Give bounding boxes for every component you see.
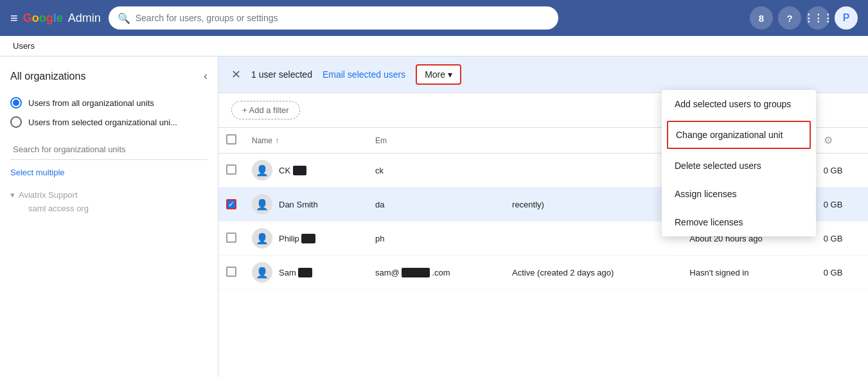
close-selection-button[interactable]: ✕ (231, 67, 241, 82)
breadcrumb: Users (0, 36, 868, 57)
more-label: More (425, 69, 445, 80)
org-tree: ▾ Aviatrix Support saml access org (10, 190, 208, 213)
hamburger-icon[interactable]: ≡ (10, 11, 18, 26)
row-checkbox-cell (218, 256, 244, 290)
row-storage-cell: 0 GB (816, 153, 868, 188)
row-name-cell: 👤 Dan Smith (244, 188, 368, 222)
row-name-cell: 👤 CK (244, 153, 368, 188)
radio-option-selected[interactable]: Users from selected organizational uni..… (10, 112, 208, 132)
more-dropdown-icon: ▾ (448, 69, 452, 80)
row-email-cell: sam@ .com (368, 256, 504, 290)
row-status-cell: Active (created 2 days ago) (504, 256, 682, 290)
sidebar-header: All organizations ‹ (10, 69, 208, 83)
topbar: ≡ Google Admin 🔍 8 ? ⋮⋮⋮ P (0, 0, 868, 36)
radio-all-circle (10, 97, 22, 109)
row-checkbox-cell: ✓ (218, 188, 244, 222)
row-email-cell: da (368, 188, 504, 222)
row-last-signin-cell: Hasn't signed in (682, 256, 815, 290)
radio-option-all[interactable]: Users from all organizational units (10, 93, 208, 112)
email-prefix: sam@ (375, 268, 400, 277)
radio-selected-label: Users from selected organizational uni..… (28, 118, 177, 127)
user-name[interactable]: Philip (279, 234, 315, 243)
table-row: 👤 Sam sam@ .com Active (created 2 days a… (218, 256, 868, 290)
sidebar-collapse-button[interactable]: ‹ (204, 69, 208, 83)
th-email: Em (368, 128, 504, 153)
row-storage-cell: 0 GB (816, 188, 868, 222)
row-name-cell: 👤 Sam (244, 256, 368, 290)
avatar-person-icon: 👤 (256, 164, 269, 177)
search-bar: 🔍 (109, 6, 558, 30)
email-users-button[interactable]: Email selected users (323, 69, 405, 80)
settings-icon[interactable]: ⚙ (824, 135, 833, 146)
breadcrumb-text: Users (13, 41, 35, 51)
selected-count: 1 user selected (251, 69, 312, 80)
radio-all-inner (13, 100, 19, 106)
row-checkbox-dan[interactable]: ✓ (226, 199, 236, 209)
redacted-name (301, 234, 315, 243)
assign-licenses-item[interactable]: Assign licenses (662, 180, 816, 208)
add-to-groups-item[interactable]: Add selected users to groups (662, 90, 816, 118)
select-multiple-link[interactable]: Select multiple (10, 165, 208, 180)
sidebar-title: All organizations (10, 71, 85, 82)
org-expand-icon: ▾ (10, 190, 15, 200)
row-status-cell (504, 222, 682, 256)
org-child-item[interactable]: saml access org (10, 204, 208, 213)
row-checkbox-cell (218, 222, 244, 256)
sidebar: All organizations ‹ Users from all organ… (0, 57, 218, 377)
delete-users-item[interactable]: Delete selected users (662, 152, 816, 180)
redacted-name (293, 166, 307, 175)
apps-button[interactable]: ⋮⋮⋮ (806, 6, 829, 30)
add-filter-button[interactable]: + Add a filter (231, 101, 300, 119)
user-name[interactable]: Sam (279, 268, 312, 277)
help-button[interactable]: ? (778, 6, 801, 30)
row-email-cell: ph (368, 222, 504, 256)
radio-all-label: Users from all organizational units (28, 98, 154, 108)
search-org-input[interactable] (10, 139, 208, 160)
row-status-cell: recently) (504, 188, 682, 222)
row-checkbox-philip[interactable] (226, 232, 236, 243)
avatar-label: P (843, 12, 850, 24)
th-name-label: Name (252, 136, 272, 145)
row-status-cell (504, 153, 682, 188)
user-avatar: 👤 (252, 262, 272, 283)
avatar[interactable]: P (835, 6, 858, 30)
avatar-person-icon: 👤 (256, 267, 269, 279)
search-icon: 🔍 (118, 12, 130, 24)
row-email-cell: ck (368, 153, 504, 188)
change-org-unit-item[interactable]: Change organizational unit (667, 121, 811, 149)
select-all-checkbox[interactable] (226, 134, 236, 145)
email-prefix: da (375, 200, 384, 209)
user-avatar: 👤 (252, 194, 272, 215)
notification-button[interactable]: 8 (750, 6, 773, 30)
row-name-cell: 👤 Philip (244, 222, 368, 256)
redacted-email (402, 268, 429, 277)
user-name[interactable]: CK (279, 166, 306, 175)
content-area: ✕ 1 user selected Email selected users M… (218, 57, 868, 377)
row-checkbox-sam[interactable] (226, 267, 236, 277)
help-icon: ? (786, 13, 792, 24)
email-prefix: ck (375, 166, 384, 175)
google-logo: Google Admin (23, 12, 101, 25)
apps-icon: ⋮⋮⋮ (804, 12, 833, 24)
dropdown-menu: Add selected users to groups Change orga… (662, 90, 816, 236)
user-name[interactable]: Dan Smith (279, 200, 318, 209)
user-avatar: 👤 (252, 160, 272, 180)
row-checkbox-ck[interactable] (226, 164, 236, 175)
sort-icon[interactable]: ↑ (275, 136, 279, 145)
org-parent-item[interactable]: ▾ Aviatrix Support (10, 190, 208, 200)
org-parent-label: Aviatrix Support (19, 190, 78, 200)
user-avatar: 👤 (252, 228, 272, 249)
admin-text: Admin (68, 12, 101, 25)
more-button[interactable]: More ▾ (416, 64, 461, 85)
th-name: Name ↑ (244, 128, 368, 153)
search-input[interactable] (136, 13, 549, 23)
remove-licenses-item[interactable]: Remove licenses (662, 208, 816, 236)
user-cell: 👤 Dan Smith (252, 194, 360, 215)
row-checkbox-cell (218, 153, 244, 188)
google-text: Google (23, 12, 63, 25)
notification-count: 8 (759, 13, 764, 24)
th-settings[interactable]: ⚙ (816, 128, 868, 153)
action-bar: ✕ 1 user selected Email selected users M… (218, 57, 868, 93)
th-checkbox (218, 128, 244, 153)
email-domain: .com (432, 268, 450, 277)
